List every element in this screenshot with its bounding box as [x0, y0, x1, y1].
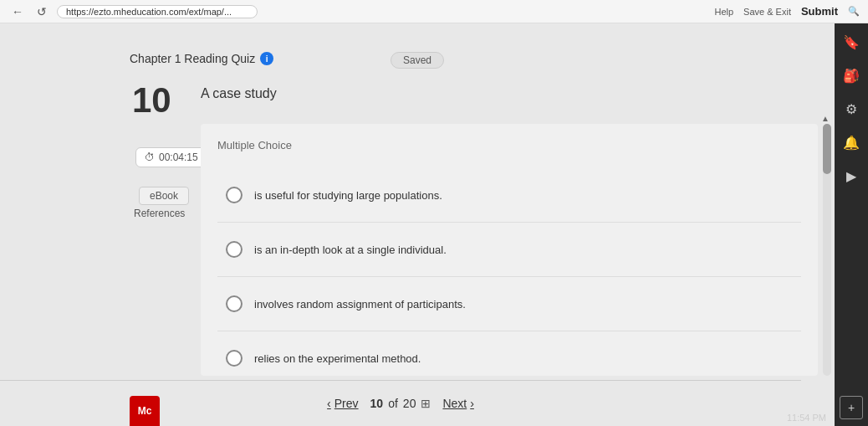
question-card: Multiple Choice is useful for studying l… — [201, 124, 818, 376]
timer-box: ⏱ 00:04:15 — [135, 147, 207, 167]
answer-option[interactable]: involves random assignment of participan… — [217, 277, 801, 331]
question-number: 10 — [132, 80, 171, 121]
answer-text: relies on the experimental method. — [254, 352, 421, 365]
radio-circle[interactable] — [226, 295, 243, 312]
question-label: A case study — [201, 86, 277, 101]
scroll-up-arrow[interactable]: ▲ — [821, 114, 830, 123]
total-pages: 20 — [403, 397, 416, 410]
refresh-button[interactable]: ↺ — [33, 3, 50, 20]
bookmark-icon[interactable]: 🔖 — [840, 30, 863, 54]
save-exit-link[interactable]: Save & Exit — [743, 7, 791, 17]
answer-text: involves random assignment of participan… — [254, 298, 466, 311]
prev-arrow-icon: ‹ — [327, 397, 331, 410]
radio-circle[interactable] — [226, 241, 243, 258]
gear-icon[interactable]: ⚙ — [840, 97, 863, 121]
scrollbar[interactable] — [823, 124, 831, 376]
next-arrow-icon: › — [470, 397, 474, 410]
prev-link[interactable]: ‹ Prev — [327, 397, 358, 410]
answer-text: is an in-depth look at a single individu… — [254, 244, 447, 256]
timer-value: 00:04:15 — [159, 151, 198, 163]
of-label: of — [388, 397, 398, 410]
timer-icon: ⏱ — [145, 151, 155, 163]
answer-option[interactable]: relies on the experimental method. — [217, 331, 801, 385]
submit-button[interactable]: Submit — [801, 5, 838, 18]
question-type-label: Multiple Choice — [217, 139, 801, 151]
notification-icon[interactable]: 🔔 — [840, 131, 863, 154]
ebook-button[interactable]: eBook — [139, 187, 189, 205]
browser-nav-right: Help Save & Exit Submit 🔍 — [714, 5, 860, 18]
references-button[interactable]: References — [134, 208, 185, 219]
browser-nav-left: ← ↺ https://ezto.mheducation.com/ext/map… — [8, 3, 258, 20]
info-icon[interactable]: i — [260, 52, 273, 65]
answer-options: is useful for studying large populations… — [217, 168, 801, 385]
prev-label: Prev — [334, 397, 359, 410]
saved-badge: Saved — [391, 52, 444, 69]
plus-icon[interactable]: + — [840, 396, 863, 419]
current-page: 10 — [370, 397, 384, 410]
page-info: 10 of 20 ⊞ — [370, 397, 431, 410]
right-sidebar: 🔖 🎒 ⚙ 🔔 ▶ + — [835, 23, 868, 426]
answer-option[interactable]: is an in-depth look at a single individu… — [217, 223, 801, 277]
url-bar[interactable]: https://ezto.mheducation.com/ext/map/... — [57, 5, 258, 18]
bottom-navigation: ‹ Prev 10 of 20 ⊞ Next › — [0, 380, 801, 426]
next-link[interactable]: Next › — [442, 397, 473, 410]
grid-icon[interactable]: ⊞ — [421, 397, 431, 410]
chapter-title-text: Chapter 1 Reading Quiz — [130, 52, 255, 65]
radio-circle[interactable] — [226, 187, 243, 203]
answer-option[interactable]: is useful for studying large populations… — [217, 168, 801, 223]
arrow-icon[interactable]: ▶ — [840, 164, 863, 187]
main-content-area: Saved Chapter 1 Reading Quiz i 10 A case… — [0, 23, 835, 426]
next-label: Next — [442, 397, 467, 410]
scrollbar-thumb[interactable] — [823, 124, 831, 174]
browser-top-bar: ← ↺ https://ezto.mheducation.com/ext/map… — [0, 0, 868, 23]
bag-icon[interactable]: 🎒 — [840, 64, 863, 87]
time-display: 11:54 PM — [787, 413, 826, 423]
radio-circle[interactable] — [226, 350, 243, 367]
search-icon[interactable]: 🔍 — [848, 6, 860, 17]
answer-text: is useful for studying large populations… — [254, 189, 442, 202]
back-button[interactable]: ← — [8, 3, 27, 20]
chapter-title: Chapter 1 Reading Quiz i — [130, 52, 273, 65]
help-link[interactable]: Help — [714, 7, 733, 17]
mc-logo: Mc — [130, 396, 160, 426]
